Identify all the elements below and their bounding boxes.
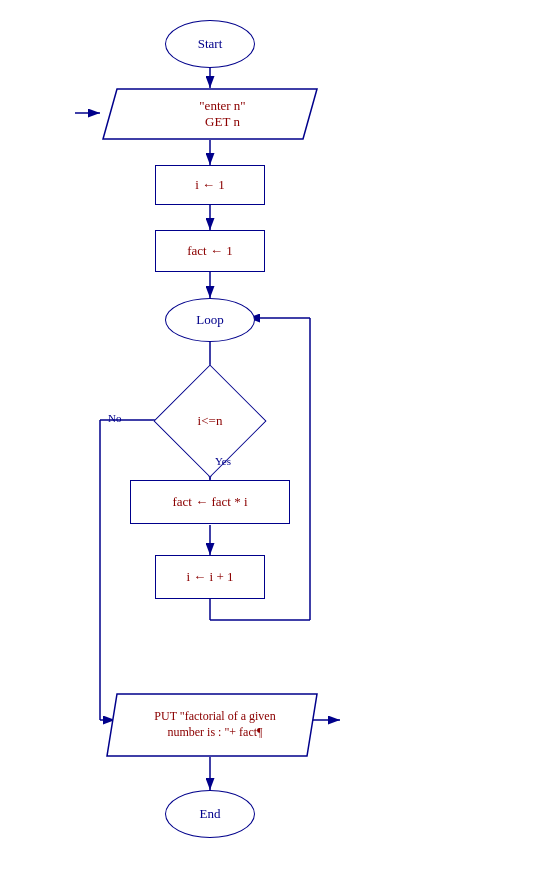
assign-fact-shape: fact ← 1 [155, 230, 265, 272]
assign-i-label: i ← 1 [195, 177, 225, 193]
start-shape: Start [165, 20, 255, 68]
increment-label: i ← i + 1 [186, 569, 233, 585]
assign-fact-label: fact ← 1 [187, 243, 232, 259]
compute-shape: fact ← fact * i [130, 480, 290, 524]
condition-shape: i<=n [170, 392, 250, 450]
end-label: End [200, 806, 221, 822]
loop-label: Loop [196, 312, 223, 328]
output-shape: PUT "factorial of a given number is : "+… [97, 693, 323, 757]
flowchart: Start "enter n" GET n i ← 1 fact ← 1 Loo… [0, 0, 545, 892]
input-shape: "enter n" GET n [97, 88, 323, 140]
compute-label: fact ← fact * i [172, 494, 247, 510]
input-line1: "enter n" [199, 98, 245, 114]
diamond-shape [153, 364, 266, 477]
yes-label: Yes [215, 455, 231, 467]
assign-i-shape: i ← 1 [155, 165, 265, 205]
increment-shape: i ← i + 1 [155, 555, 265, 599]
loop-shape: Loop [165, 298, 255, 342]
output-line2: number is : "+ fact¶ [167, 725, 262, 741]
end-shape: End [165, 790, 255, 838]
output-line1: PUT "factorial of a given [154, 709, 275, 725]
start-label: Start [198, 36, 223, 52]
no-label: No [108, 412, 121, 424]
input-line2: GET n [205, 114, 240, 130]
